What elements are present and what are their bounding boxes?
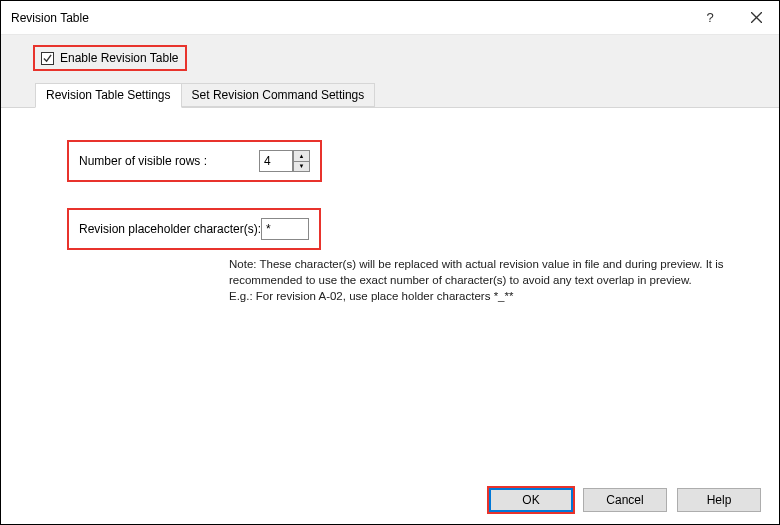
tab-content: Number of visible rows : ▲ ▼ Revision pl… (1, 107, 779, 447)
cancel-button[interactable]: Cancel (583, 488, 667, 512)
visible-rows-input[interactable] (259, 150, 293, 172)
upper-panel: Enable Revision Table Revision Table Set… (1, 35, 779, 107)
tab-set-revision-command-settings[interactable]: Set Revision Command Settings (182, 83, 376, 107)
tab-strip: Revision Table Settings Set Revision Com… (35, 83, 779, 107)
spinner-up-icon[interactable]: ▲ (293, 150, 310, 161)
window-title: Revision Table (11, 11, 687, 25)
placeholder-char-label: Revision placeholder character(s): (79, 222, 261, 236)
placeholder-char-input[interactable] (261, 218, 309, 240)
close-icon[interactable] (733, 1, 779, 35)
ok-button[interactable]: OK (489, 488, 573, 512)
enable-revision-checkbox[interactable] (41, 52, 54, 65)
placeholder-char-row: Revision placeholder character(s): (69, 210, 319, 248)
visible-rows-row: Number of visible rows : ▲ ▼ (69, 142, 320, 180)
visible-rows-spinner[interactable]: ▲ ▼ (259, 150, 310, 172)
spinner-down-icon[interactable]: ▼ (293, 161, 310, 173)
tab-revision-table-settings[interactable]: Revision Table Settings (35, 83, 182, 108)
enable-revision-checkbox-row[interactable]: Enable Revision Table (35, 47, 185, 69)
titlebar: Revision Table ? (1, 1, 779, 35)
help-icon[interactable]: ? (687, 1, 733, 35)
placeholder-note: Note: These character(s) will be replace… (229, 256, 779, 304)
dialog-buttons: OK Cancel Help (489, 488, 761, 512)
visible-rows-label: Number of visible rows : (79, 154, 259, 168)
help-button[interactable]: Help (677, 488, 761, 512)
enable-revision-label: Enable Revision Table (60, 51, 179, 65)
note-line-1: Note: These character(s) will be replace… (229, 256, 749, 288)
note-line-2: E.g.: For revision A-02, use place holde… (229, 288, 749, 304)
